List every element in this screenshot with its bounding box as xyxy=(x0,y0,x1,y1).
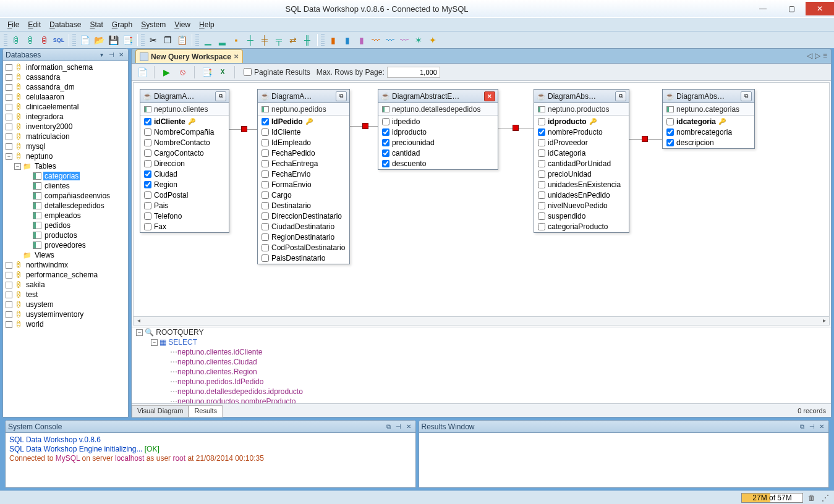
chart-cross-icon[interactable]: ┼ xyxy=(244,33,257,47)
field-row[interactable]: Destinatario xyxy=(258,200,349,211)
field-row[interactable]: descuento xyxy=(378,158,498,169)
field-row[interactable]: unidadesEnPedido xyxy=(534,190,629,200)
field-row[interactable]: CargoContacto xyxy=(140,148,229,158)
field-checkbox[interactable] xyxy=(262,128,269,136)
trash-icon[interactable]: 🗑 xyxy=(807,493,817,503)
field-checkbox[interactable] xyxy=(144,118,151,125)
panel-menu-icon[interactable]: ▾ xyxy=(97,51,106,59)
tree-item[interactable]: test xyxy=(3,290,128,300)
field-checkbox[interactable] xyxy=(262,233,269,241)
tree-item[interactable]: matriculacion xyxy=(3,132,128,141)
tree-item[interactable]: information_schema xyxy=(3,62,128,72)
tree-item[interactable]: −neptuno xyxy=(3,151,128,161)
field-checkbox[interactable] xyxy=(144,160,151,167)
field-checkbox[interactable] xyxy=(144,223,151,230)
field-row[interactable]: categoriaProducto xyxy=(534,221,629,232)
menu-database[interactable]: Database xyxy=(46,19,85,30)
field-row[interactable]: FechaEntrega xyxy=(258,158,349,169)
tree-item[interactable]: productos xyxy=(3,230,128,240)
field-checkbox[interactable] xyxy=(538,128,545,136)
line3-icon[interactable]: 〰 xyxy=(398,33,411,47)
entity-titlebar[interactable]: ☕DiagramA…⧉ xyxy=(258,90,349,103)
field-row[interactable]: NombreContacto xyxy=(140,137,229,148)
field-checkbox[interactable] xyxy=(144,139,151,146)
entity-titlebar[interactable]: ☕DiagramAbs…⧉ xyxy=(663,90,754,103)
paste-icon[interactable]: 📋 xyxy=(175,33,189,47)
chart-vert-icon[interactable]: ╫ xyxy=(300,33,314,47)
copy-results-icon[interactable]: 📑 xyxy=(200,65,213,79)
field-checkbox[interactable] xyxy=(144,191,151,199)
field-row[interactable]: FormaEnvio xyxy=(258,179,349,190)
console-popout-icon[interactable]: ⧉ xyxy=(385,422,393,431)
tree-item[interactable]: usysteminventory xyxy=(3,309,128,319)
tree-item[interactable]: compañiasdeenvios xyxy=(3,191,128,201)
close-button[interactable]: ✕ xyxy=(806,2,834,15)
export-excel-icon[interactable]: X xyxy=(216,65,229,79)
field-checkbox[interactable] xyxy=(382,139,389,146)
entity-titlebar[interactable]: ☕DiagramAbs…⧉ xyxy=(534,90,629,103)
field-checkbox[interactable] xyxy=(382,149,389,157)
field-checkbox[interactable] xyxy=(262,244,269,251)
field-row[interactable]: suspendido xyxy=(534,211,629,221)
maxrows-input[interactable] xyxy=(387,67,440,78)
bars1-icon[interactable]: ▮ xyxy=(326,33,340,47)
field-row[interactable]: idCategoria xyxy=(534,148,629,158)
field-checkbox[interactable] xyxy=(262,212,269,220)
menu-help[interactable]: Help xyxy=(195,19,218,30)
field-row[interactable]: Ciudad xyxy=(140,169,229,179)
console-pin-icon[interactable]: ⊣ xyxy=(394,422,403,431)
field-checkbox[interactable] xyxy=(262,160,269,167)
field-checkbox[interactable] xyxy=(144,149,151,157)
star-icon[interactable]: ✶ xyxy=(412,33,425,47)
field-row[interactable]: FechaPedido xyxy=(258,148,349,158)
entity-close-icon[interactable]: ⧉ xyxy=(741,91,752,101)
field-checkbox[interactable] xyxy=(538,223,545,230)
field-checkbox[interactable] xyxy=(262,202,269,209)
field-row[interactable]: unidadesEnExistencia xyxy=(534,179,629,190)
menu-system[interactable]: System xyxy=(137,19,169,30)
tree-item[interactable]: cassandra xyxy=(3,72,128,82)
field-checkbox[interactable] xyxy=(262,139,269,146)
tab-visual-diagram[interactable]: Visual Diagram xyxy=(132,405,189,418)
field-row[interactable]: DireccionDestinatario xyxy=(258,211,349,221)
menu-graph[interactable]: Graph xyxy=(108,19,136,30)
new-doc-icon[interactable]: 📄 xyxy=(78,33,91,47)
tab-list-icon[interactable]: ≡ xyxy=(823,51,827,60)
field-checkbox[interactable] xyxy=(666,139,674,146)
field-row[interactable]: idCliente 🔑 xyxy=(140,116,229,127)
field-row[interactable]: idProveedor xyxy=(534,137,629,148)
tree-item[interactable]: pedidos xyxy=(3,220,128,230)
tree-item[interactable]: mysql xyxy=(3,141,128,151)
field-row[interactable]: PaisDestinatario xyxy=(258,253,349,263)
field-row[interactable]: Fax xyxy=(140,221,229,232)
field-row[interactable]: idcategoria 🔑 xyxy=(663,116,754,127)
tree-item[interactable]: empleados xyxy=(3,211,128,220)
bars2-icon[interactable]: ▮ xyxy=(341,33,354,47)
sql-icon[interactable]: SQL xyxy=(52,33,66,47)
field-checkbox[interactable] xyxy=(666,118,674,125)
entity-window[interactable]: ☕DiagramAbs…⧉neptuno.categoriasidcategor… xyxy=(662,89,755,149)
tab-new-query[interactable]: New Query Workspace ✕ xyxy=(135,49,243,63)
field-row[interactable]: FechaEnvio xyxy=(258,169,349,179)
field-row[interactable]: nivelNuevoPedido xyxy=(534,200,629,211)
entity-close-icon[interactable]: ⧉ xyxy=(336,91,347,101)
entity-close-icon[interactable]: ✕ xyxy=(484,91,495,101)
tree-item[interactable]: world xyxy=(3,319,128,329)
open-icon[interactable]: 📂 xyxy=(92,33,106,47)
field-checkbox[interactable] xyxy=(538,191,545,199)
field-row[interactable]: idproducto 🔑 xyxy=(534,116,629,127)
field-checkbox[interactable] xyxy=(538,149,545,157)
field-row[interactable]: IdPedido 🔑 xyxy=(258,116,349,127)
chart-horiz-icon[interactable]: ╪ xyxy=(258,33,271,47)
field-row[interactable]: cantidadPorUnidad xyxy=(534,158,629,169)
field-row[interactable]: cantidad xyxy=(378,148,498,158)
field-row[interactable]: descripcion xyxy=(663,137,754,148)
tree-item[interactable]: celulaaaron xyxy=(3,92,128,102)
field-checkbox[interactable] xyxy=(262,191,269,199)
tree-item[interactable]: clientes xyxy=(3,181,128,191)
menu-edit[interactable]: Edit xyxy=(24,19,45,30)
tree-item[interactable]: Views xyxy=(3,250,128,260)
paginate-checkbox-label[interactable]: Paginate Results xyxy=(244,68,310,77)
chart-scatter-icon[interactable]: ▪ xyxy=(229,33,243,47)
entity-window[interactable]: ☕DiagramAbstractE…✕neptuno.detallesdeped… xyxy=(378,89,498,170)
